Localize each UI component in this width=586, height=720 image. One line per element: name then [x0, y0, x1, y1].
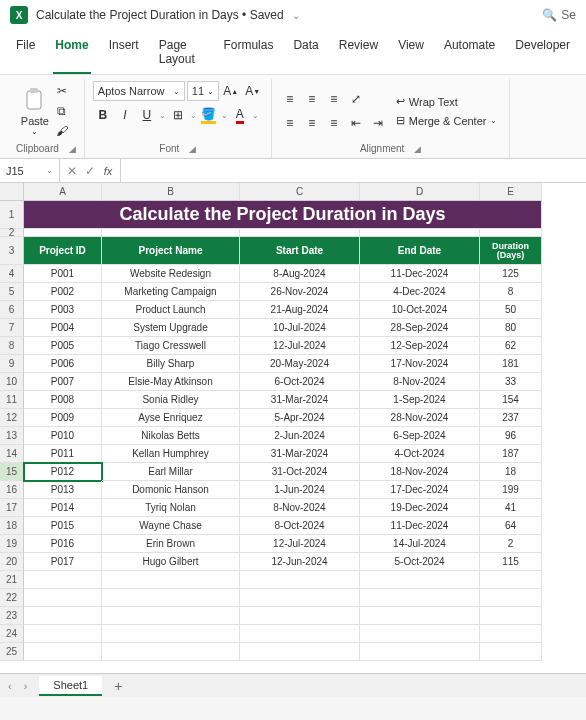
chevron-down-icon[interactable]: ⌄: [159, 111, 166, 120]
col-header-D[interactable]: D: [360, 183, 480, 201]
cell[interactable]: Nikolas Betts: [102, 427, 240, 445]
cell[interactable]: [102, 625, 240, 643]
cell[interactable]: P010: [24, 427, 102, 445]
increase-indent-button[interactable]: ⇥: [368, 113, 388, 133]
cell[interactable]: [24, 571, 102, 589]
cell[interactable]: P012: [24, 463, 102, 481]
cell[interactable]: Hugo Gilbert: [102, 553, 240, 571]
row-header[interactable]: 5: [0, 283, 24, 301]
chevron-down-icon[interactable]: ⌄: [190, 111, 197, 120]
row-header[interactable]: 18: [0, 517, 24, 535]
ribbon-tab-review[interactable]: Review: [337, 30, 380, 74]
cell[interactable]: Tyriq Nolan: [102, 499, 240, 517]
row-header[interactable]: 19: [0, 535, 24, 553]
cell[interactable]: 62: [480, 337, 542, 355]
sheet-nav-next[interactable]: ›: [24, 680, 28, 692]
cell[interactable]: Sonia Ridley: [102, 391, 240, 409]
ribbon-tab-page-layout[interactable]: Page Layout: [157, 30, 206, 74]
ribbon-tab-automate[interactable]: Automate: [442, 30, 497, 74]
row-header[interactable]: 23: [0, 607, 24, 625]
borders-button[interactable]: ⊞: [168, 105, 188, 125]
decrease-font-button[interactable]: A▼: [243, 81, 263, 101]
row-header[interactable]: 3: [0, 237, 24, 265]
cell[interactable]: 31-Mar-2024: [240, 445, 360, 463]
cell[interactable]: 1-Sep-2024: [360, 391, 480, 409]
row-header[interactable]: 10: [0, 373, 24, 391]
cell[interactable]: P007: [24, 373, 102, 391]
name-box[interactable]: J15⌄: [0, 159, 60, 182]
table-header[interactable]: End Date: [360, 237, 480, 265]
row-header[interactable]: 17: [0, 499, 24, 517]
cell[interactable]: 8-Aug-2024: [240, 265, 360, 283]
cell[interactable]: 33: [480, 373, 542, 391]
cell[interactable]: [102, 643, 240, 661]
table-header[interactable]: Project Name: [102, 237, 240, 265]
paste-button[interactable]: Paste ⌄: [21, 87, 49, 136]
cell[interactable]: 28-Sep-2024: [360, 319, 480, 337]
row-header[interactable]: 2: [0, 229, 24, 237]
ribbon-tab-file[interactable]: File: [14, 30, 37, 74]
cell[interactable]: 11-Dec-2024: [360, 517, 480, 535]
cell[interactable]: P004: [24, 319, 102, 337]
align-center-button[interactable]: ≡: [302, 113, 322, 133]
cell[interactable]: 17-Dec-2024: [360, 481, 480, 499]
cell[interactable]: [240, 643, 360, 661]
cell[interactable]: 187: [480, 445, 542, 463]
cell[interactable]: [102, 607, 240, 625]
spreadsheet-grid[interactable]: 1234567891011121314151617181920212223242…: [0, 183, 586, 673]
cell[interactable]: P001: [24, 265, 102, 283]
cell[interactable]: [360, 625, 480, 643]
row-header[interactable]: 11: [0, 391, 24, 409]
cell[interactable]: 31-Oct-2024: [240, 463, 360, 481]
cell[interactable]: 1-Jun-2024: [240, 481, 360, 499]
cell[interactable]: 2-Jun-2024: [240, 427, 360, 445]
cell[interactable]: [24, 229, 102, 237]
cell[interactable]: [24, 589, 102, 607]
cell[interactable]: [24, 607, 102, 625]
cell[interactable]: [240, 607, 360, 625]
cell[interactable]: P006: [24, 355, 102, 373]
enter-formula-button[interactable]: ✓: [82, 164, 98, 178]
cell[interactable]: [480, 643, 542, 661]
row-header[interactable]: 25: [0, 643, 24, 661]
row-header[interactable]: 14: [0, 445, 24, 463]
row-header[interactable]: 8: [0, 337, 24, 355]
cut-button[interactable]: ✂: [53, 83, 71, 99]
row-header[interactable]: 16: [0, 481, 24, 499]
bold-button[interactable]: B: [93, 105, 113, 125]
col-header-A[interactable]: A: [24, 183, 102, 201]
cell[interactable]: 17-Nov-2024: [360, 355, 480, 373]
cell[interactable]: [24, 625, 102, 643]
cell[interactable]: P013: [24, 481, 102, 499]
cell[interactable]: 181: [480, 355, 542, 373]
row-header[interactable]: 9: [0, 355, 24, 373]
row-header[interactable]: 22: [0, 589, 24, 607]
cell[interactable]: 6-Sep-2024: [360, 427, 480, 445]
cell[interactable]: [102, 229, 240, 237]
cell[interactable]: 80: [480, 319, 542, 337]
dialog-launcher-icon[interactable]: ◢: [414, 144, 421, 154]
cell[interactable]: [480, 229, 542, 237]
merge-center-button[interactable]: ⊟Merge & Center⌄: [392, 112, 502, 129]
cell[interactable]: [24, 643, 102, 661]
cell[interactable]: [480, 607, 542, 625]
select-all-corner[interactable]: [0, 183, 24, 201]
align-left-button[interactable]: ≡: [280, 113, 300, 133]
cell[interactable]: 5-Oct-2024: [360, 553, 480, 571]
font-size-select[interactable]: 11⌄: [187, 81, 219, 101]
cell[interactable]: Wayne Chase: [102, 517, 240, 535]
align-bottom-button[interactable]: ≡: [324, 89, 344, 109]
cell[interactable]: 5-Apr-2024: [240, 409, 360, 427]
cell[interactable]: P014: [24, 499, 102, 517]
cell[interactable]: [240, 625, 360, 643]
col-header-B[interactable]: B: [102, 183, 240, 201]
row-header[interactable]: 7: [0, 319, 24, 337]
ribbon-tab-developer[interactable]: Developer: [513, 30, 572, 74]
cell[interactable]: 12-Jul-2024: [240, 535, 360, 553]
row-header[interactable]: 20: [0, 553, 24, 571]
row-header[interactable]: 15: [0, 463, 24, 481]
cell[interactable]: P003: [24, 301, 102, 319]
cell[interactable]: [480, 589, 542, 607]
row-header[interactable]: 4: [0, 265, 24, 283]
dialog-launcher-icon[interactable]: ◢: [189, 144, 196, 154]
